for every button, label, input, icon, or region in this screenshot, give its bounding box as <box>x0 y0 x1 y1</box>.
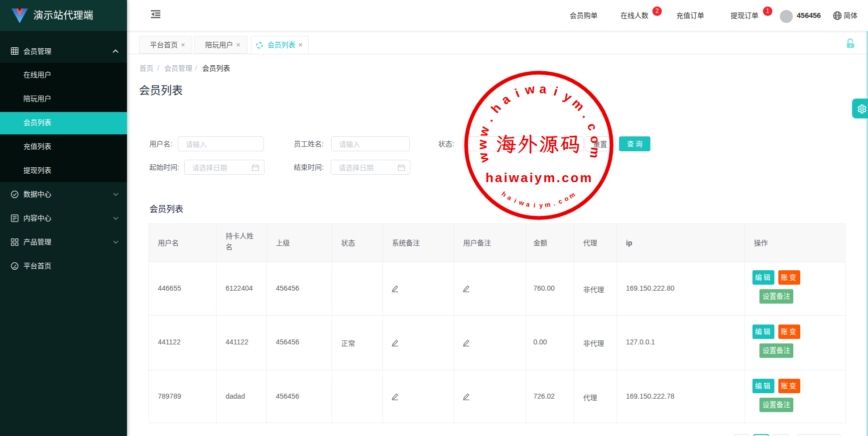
svg-text:a: a <box>506 194 513 202</box>
svg-text:h: h <box>488 101 503 115</box>
svg-text:w: w <box>517 198 525 207</box>
svg-text:h: h <box>500 190 507 199</box>
svg-text:i: i <box>513 197 517 204</box>
svg-text:w: w <box>475 139 489 150</box>
svg-text:w: w <box>523 82 536 97</box>
svg-text:m: m <box>544 201 551 209</box>
svg-text:c: c <box>585 121 600 132</box>
svg-text:.: . <box>552 200 556 207</box>
svg-text:haiwaiym.com: haiwaiym.com <box>486 170 593 185</box>
svg-text:a: a <box>498 92 513 107</box>
svg-text:c: c <box>557 197 563 206</box>
svg-text:i: i <box>533 202 536 209</box>
svg-text:w: w <box>476 125 492 138</box>
svg-text:y: y <box>539 202 544 209</box>
svg-text:i: i <box>513 86 521 100</box>
svg-text:.: . <box>580 109 594 120</box>
svg-text:w: w <box>476 151 492 165</box>
svg-text:a: a <box>525 200 531 208</box>
svg-text:m: m <box>568 191 577 200</box>
svg-text:m: m <box>570 96 587 113</box>
svg-text:i: i <box>552 84 560 99</box>
svg-text:m: m <box>588 146 603 159</box>
svg-text:.: . <box>482 114 496 124</box>
svg-text:a: a <box>539 82 547 96</box>
svg-text:o: o <box>588 135 603 144</box>
svg-text:海外源码: 海外源码 <box>496 130 582 157</box>
